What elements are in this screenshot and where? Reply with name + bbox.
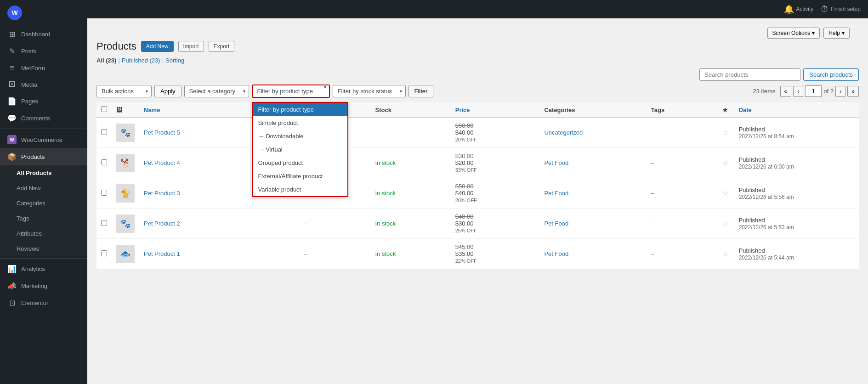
sidebar-subitem-reviews[interactable]: Reviews: [0, 241, 87, 256]
metform-icon: ≡: [7, 64, 17, 72]
sidebar-item-label: Elementor: [21, 299, 48, 306]
sidebar-item-woocommerce[interactable]: W WooCommerce: [0, 131, 87, 148]
sidebar-item-marketing[interactable]: 📣 Marketing: [0, 277, 87, 294]
row-checkbox[interactable]: [101, 220, 107, 226]
col-tags-header: Tags: [647, 102, 718, 118]
filter-tabs: All (23) | Published (23) | Sorting: [96, 57, 859, 64]
product-name-link[interactable]: Pet Product 5: [144, 129, 180, 136]
sidebar-item-media[interactable]: 🖼 Media: [0, 76, 87, 93]
search-input[interactable]: [699, 68, 800, 81]
dropdown-item-simple[interactable]: Simple product: [253, 116, 347, 130]
discount-label: 20% OFF: [455, 137, 477, 142]
total-pages: 2: [830, 88, 834, 95]
tab-all[interactable]: All (23): [96, 57, 116, 64]
product-name-link[interactable]: Pet Product 4: [144, 159, 180, 166]
sidebar-item-products[interactable]: 📦 Products: [0, 148, 87, 165]
elementor-icon: ⊡: [7, 299, 17, 307]
pag-prev-button[interactable]: ‹: [793, 86, 803, 97]
activity-button[interactable]: 🔔 Activity: [784, 4, 813, 14]
sidebar-subitem-tags[interactable]: Tags: [0, 211, 87, 226]
category-select[interactable]: Select a category: [184, 85, 249, 97]
sidebar-item-posts[interactable]: ✎ Posts: [0, 43, 87, 60]
filter-type-select[interactable]: Filter by product type: [252, 85, 330, 98]
dropdown-item-variable[interactable]: Variable product: [253, 183, 347, 196]
submenu-label: Categories: [17, 200, 45, 207]
featured-star[interactable]: ☆: [722, 220, 729, 227]
wp-logo-icon: W: [7, 6, 22, 20]
featured-star[interactable]: ☆: [722, 250, 729, 258]
original-price: $50.00: [455, 183, 474, 190]
dropdown-item-external[interactable]: External/Affiliate product: [253, 169, 347, 183]
screen-options-button[interactable]: Screen Options ▾: [767, 28, 820, 39]
sidebar-item-comments[interactable]: 💬 Comments: [0, 110, 87, 127]
add-new-button[interactable]: Add New: [141, 41, 174, 52]
row-checkbox[interactable]: [101, 129, 107, 135]
sidebar-item-elementor[interactable]: ⊡ Elementor: [0, 294, 87, 311]
search-button[interactable]: Search products: [803, 68, 859, 81]
pag-last-button[interactable]: »: [847, 86, 859, 97]
submenu-label: All Products: [17, 169, 52, 176]
category-link[interactable]: Uncategorized: [544, 129, 583, 136]
row-checkbox[interactable]: [101, 159, 107, 165]
row-tags-cell: –: [647, 178, 718, 209]
product-name-link[interactable]: Pet Product 1: [144, 250, 180, 257]
row-checkbox[interactable]: [101, 250, 107, 256]
sidebar-item-dashboard[interactable]: ⊞ Dashboard: [0, 26, 87, 43]
featured-star[interactable]: ☆: [722, 159, 729, 167]
row-categories-cell: Pet Food: [539, 239, 646, 269]
sidebar-item-pages[interactable]: 📄 Pages: [0, 93, 87, 110]
row-checkbox[interactable]: [101, 190, 107, 196]
page-number-input[interactable]: [805, 85, 822, 97]
sidebar-subitem-categories[interactable]: Categories: [0, 196, 87, 211]
category-link[interactable]: Pet Food: [544, 250, 568, 257]
export-button[interactable]: Export: [209, 41, 235, 52]
sidebar-subitem-attributes[interactable]: Attributes: [0, 226, 87, 241]
discount-label: 33% OFF: [455, 167, 477, 173]
row-price-cell: $50.00 $40.00 20% OFF: [451, 118, 540, 148]
dropdown-item-grouped[interactable]: Grouped product: [253, 156, 347, 169]
pag-first-button[interactable]: «: [780, 86, 792, 97]
product-name-link[interactable]: Pet Product 2: [144, 220, 180, 227]
bulk-actions-select[interactable]: Bulk actions: [96, 85, 152, 97]
dropdown-item-header[interactable]: Filter by product type: [253, 103, 347, 116]
pag-next-button[interactable]: ›: [835, 86, 845, 97]
date-status: Published: [739, 186, 765, 193]
category-link[interactable]: Pet Food: [544, 159, 568, 166]
finish-setup-button[interactable]: ⏱ Finish setup: [821, 5, 861, 14]
tab-published[interactable]: Published (23): [122, 57, 160, 64]
sidebar-subitem-add-new[interactable]: Add New: [0, 181, 87, 196]
category-link[interactable]: Pet Food: [544, 220, 568, 227]
col-stock-header: Stock: [370, 102, 450, 118]
submenu-label: Add New: [17, 185, 41, 192]
toolbar: Bulk actions ▾ Apply Select a category ▾…: [96, 85, 859, 98]
import-button[interactable]: Import: [178, 41, 204, 52]
sidebar-divider-2: [0, 258, 87, 259]
col-date-header[interactable]: Date: [734, 102, 859, 118]
row-featured-cell: ☆: [718, 209, 734, 239]
tab-sorting[interactable]: Sorting: [165, 57, 184, 64]
activity-icon: 🔔: [784, 4, 794, 14]
filter-button[interactable]: Filter: [408, 85, 434, 97]
sidebar-item-analytics[interactable]: 📊 Analytics: [0, 260, 87, 277]
row-tags-cell: –: [647, 209, 718, 239]
dropdown-item-virtual[interactable]: → Virtual: [253, 143, 347, 156]
col-price-header[interactable]: Price: [451, 102, 540, 118]
row-sku-cell: –: [300, 209, 371, 239]
category-link[interactable]: Pet Food: [544, 190, 568, 197]
apply-button[interactable]: Apply: [154, 85, 182, 97]
sidebar-item-metform[interactable]: ≡ MetForm: [0, 60, 87, 76]
stock-status: In stock: [375, 159, 396, 166]
sidebar-item-label: Media: [21, 81, 37, 88]
select-all-checkbox[interactable]: [101, 106, 107, 112]
row-stock-cell: –: [370, 118, 450, 148]
featured-star[interactable]: ☆: [722, 129, 729, 136]
featured-star[interactable]: ☆: [722, 189, 729, 197]
sidebar-subitem-all-products[interactable]: All Products: [0, 165, 87, 181]
bulk-actions-wrap: Bulk actions ▾: [96, 85, 152, 97]
date-value: 2022/12/26 at 5:44 am: [739, 254, 794, 261]
dropdown-item-downloadable[interactable]: → Downloadable: [253, 130, 347, 143]
help-button[interactable]: Help ▾: [823, 28, 850, 39]
stock-status-select[interactable]: Filter by stock status: [333, 85, 406, 97]
finish-setup-icon: ⏱: [821, 5, 829, 14]
product-name-link[interactable]: Pet Product 3: [144, 190, 180, 197]
